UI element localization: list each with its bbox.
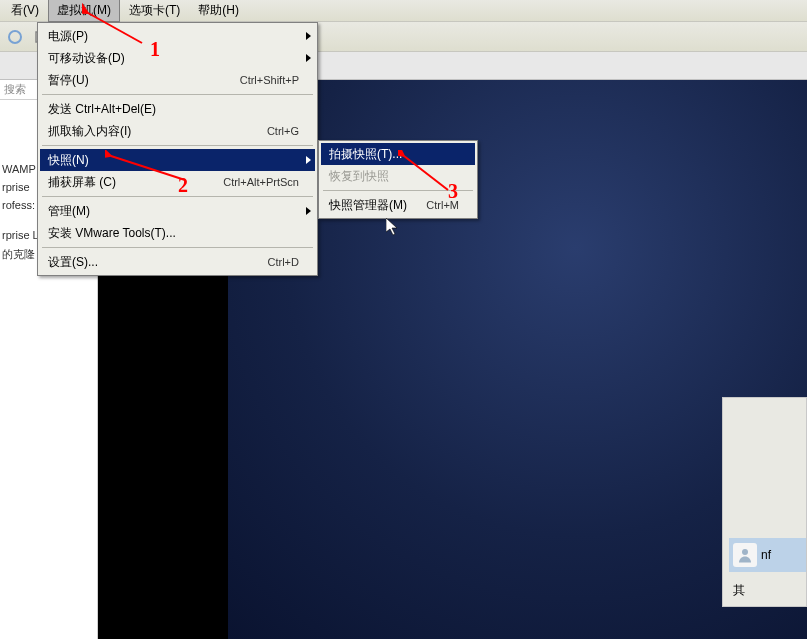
menu-separator <box>42 145 313 146</box>
menu-item-power[interactable]: 电源(P) <box>40 25 315 47</box>
avatar-icon <box>733 543 757 567</box>
menu-item-sendcad[interactable]: 发送 Ctrl+Alt+Del(E) <box>40 98 315 120</box>
menu-item-grabinput[interactable]: 抓取输入内容(I) Ctrl+G <box>40 120 315 142</box>
menu-view[interactable]: 看(V) <box>2 0 48 22</box>
menu-shortcut: Ctrl+D <box>268 256 311 268</box>
submenu-item-take[interactable]: 拍摄快照(T)... <box>321 143 475 165</box>
login-other-label: 其 <box>733 582 745 599</box>
menu-item-installtools[interactable]: 安装 VMware Tools(T)... <box>40 222 315 244</box>
login-username: nf <box>761 548 771 562</box>
menu-shortcut: Ctrl+Shift+P <box>240 74 311 86</box>
menu-label: 管理(M) <box>48 203 302 220</box>
menu-shortcut: Ctrl+Alt+PrtScn <box>223 176 311 188</box>
toolbar-btn-1[interactable] <box>4 26 26 48</box>
vm-menu: 电源(P) 可移动设备(D) 暂停(U) Ctrl+Shift+P 发送 Ctr… <box>37 22 318 276</box>
menu-label: 抓取输入内容(I) <box>48 123 267 140</box>
menu-label: 捕获屏幕 (C) <box>48 174 223 191</box>
submenu-arrow-icon <box>306 156 311 164</box>
menu-label: 快照(N) <box>48 152 302 169</box>
menu-separator <box>42 247 313 248</box>
menu-tabs[interactable]: 选项卡(T) <box>120 0 189 22</box>
menu-vm[interactable]: 虚拟机(M) <box>48 0 120 22</box>
menu-separator <box>42 94 313 95</box>
login-other-row[interactable]: 其 <box>729 578 806 602</box>
menu-item-settings[interactable]: 设置(S)... Ctrl+D <box>40 251 315 273</box>
menu-shortcut: Ctrl+G <box>267 125 311 137</box>
submenu-arrow-icon <box>306 207 311 215</box>
svg-point-2 <box>742 549 748 555</box>
menu-label: 暂停(U) <box>48 72 240 89</box>
menu-label: 电源(P) <box>48 28 302 45</box>
annotation-number-2: 2 <box>178 174 188 197</box>
menu-help[interactable]: 帮助(H) <box>189 0 248 22</box>
svg-point-0 <box>9 31 21 43</box>
annotation-number-3: 3 <box>448 180 458 203</box>
menubar: 看(V) 虚拟机(M) 选项卡(T) 帮助(H) <box>0 0 807 22</box>
login-panel: nf 其 <box>722 397 807 607</box>
menu-label: 快照管理器(M) <box>329 197 426 214</box>
menu-item-manage[interactable]: 管理(M) <box>40 200 315 222</box>
menu-label: 拍摄快照(T)... <box>329 146 471 163</box>
menu-label: 可移动设备(D) <box>48 50 302 67</box>
menu-item-pause[interactable]: 暂停(U) Ctrl+Shift+P <box>40 69 315 91</box>
login-user-row[interactable]: nf <box>729 538 806 572</box>
menu-item-snapshot[interactable]: 快照(N) <box>40 149 315 171</box>
menu-label: 发送 Ctrl+Alt+Del(E) <box>48 101 311 118</box>
menu-item-removable[interactable]: 可移动设备(D) <box>40 47 315 69</box>
submenu-arrow-icon <box>306 32 311 40</box>
menu-label: 设置(S)... <box>48 254 268 271</box>
submenu-arrow-icon <box>306 54 311 62</box>
menu-label: 安装 VMware Tools(T)... <box>48 225 311 242</box>
annotation-number-1: 1 <box>150 38 160 61</box>
